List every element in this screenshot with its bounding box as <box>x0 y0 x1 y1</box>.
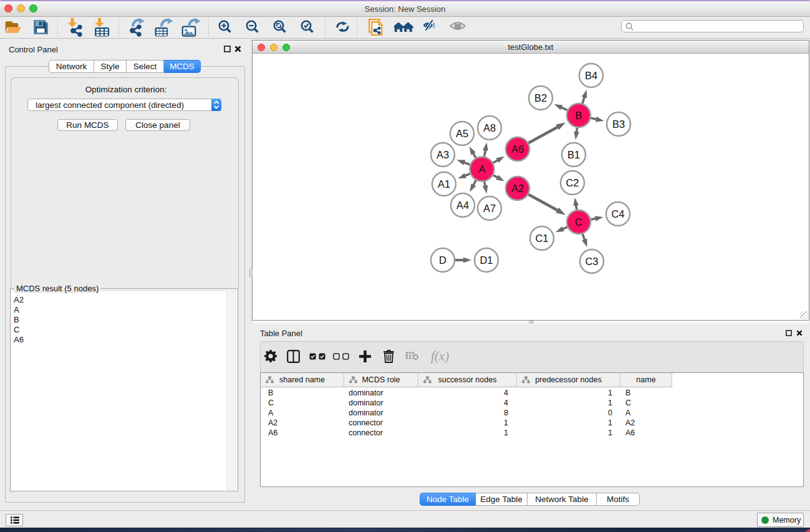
svg-text:A1: A1 <box>438 178 450 190</box>
svg-text:A4: A4 <box>456 200 469 211</box>
svg-text:C: C <box>575 216 582 228</box>
svg-text:A5: A5 <box>456 128 468 139</box>
svg-text:B: B <box>575 110 582 121</box>
svg-text:D: D <box>439 254 446 266</box>
svg-text:C2: C2 <box>566 177 579 188</box>
svg-text:D1: D1 <box>480 254 493 266</box>
svg-text:C3: C3 <box>585 256 598 267</box>
svg-text:B2: B2 <box>534 92 547 104</box>
svg-text:A3: A3 <box>436 149 449 160</box>
svg-text:C1: C1 <box>535 233 548 244</box>
svg-text:B1: B1 <box>567 149 580 160</box>
svg-text:A7: A7 <box>483 203 496 214</box>
svg-text:B3: B3 <box>612 118 625 130</box>
svg-text:A: A <box>478 163 485 175</box>
svg-text:A8: A8 <box>483 122 496 133</box>
svg-text:A2: A2 <box>511 183 524 194</box>
svg-text:B4: B4 <box>585 70 597 81</box>
svg-text:A6: A6 <box>511 143 524 155</box>
svg-text:C4: C4 <box>611 208 624 220</box>
